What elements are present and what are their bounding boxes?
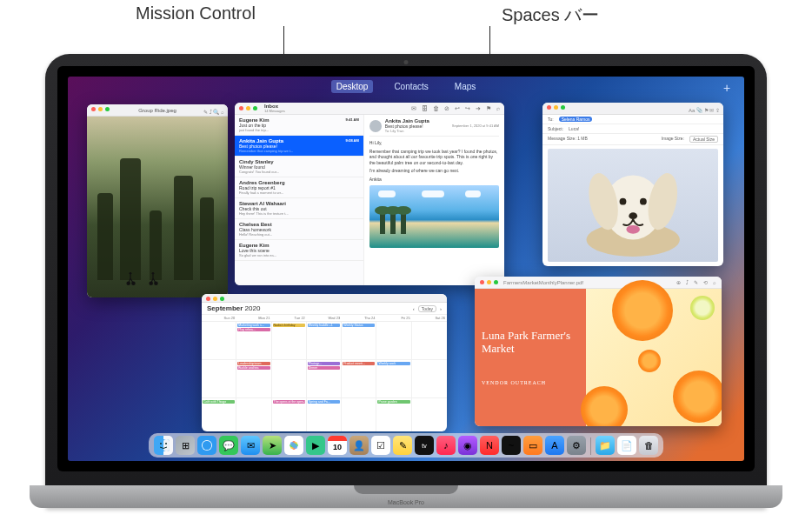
dock-photos-icon[interactable] <box>284 436 303 455</box>
space-tab-desktop[interactable]: Desktop <box>331 80 374 93</box>
window-titlebar[interactable]: Group Ride.jpeg ✎ ⤴ 🔍 ⌕ <box>87 104 228 117</box>
cal-cell[interactable]: Weekly Status <box>342 322 376 360</box>
reply-all-icon[interactable]: ↪ <box>465 105 470 112</box>
search-icon[interactable]: ⌕ <box>713 280 716 285</box>
cal-event[interactable]: Weekly work <box>377 362 409 365</box>
cal-cell[interactable] <box>342 398 376 431</box>
dock-trash-icon[interactable]: 🗑 <box>639 436 658 455</box>
cal-cell[interactable]: Photogr…Dinner <box>307 360 342 398</box>
dock-calendar-icon[interactable]: 10 <box>328 436 347 455</box>
rotate-icon[interactable]: ⟲ <box>703 279 708 285</box>
cal-event[interactable]: Café with Thiago <box>203 400 235 404</box>
cal-event[interactable]: Dinner <box>308 366 340 370</box>
junk-icon[interactable]: ⊘ <box>444 105 449 112</box>
flag-icon[interactable]: ⚑ <box>486 105 491 112</box>
presentation-window[interactable]: FarmersMarketMonthlyPlanner.pdf ⊕ ⤴ ✎ ⟲ … <box>475 277 722 426</box>
cal-cell[interactable]: Marketing work s…Play rehea… <box>236 322 271 360</box>
cal-event[interactable]: Prune garden <box>377 400 409 404</box>
mail-message-list[interactable]: Eugene Kim9:41 AM Just on the tip just f… <box>235 115 364 285</box>
cal-cell[interactable] <box>272 360 307 398</box>
dock-mail-icon[interactable]: ✉ <box>241 436 260 455</box>
dock-stocks-icon[interactable]: ~ <box>502 436 521 455</box>
cal-cell[interactable]: Weekly huddle +1 <box>307 322 342 360</box>
cal-event[interactable]: Nadia's birthday <box>273 324 305 327</box>
cal-cell[interactable]: Leadership teamBuckle and tea <box>236 360 271 398</box>
cal-cell[interactable]: Prune garden <box>376 398 411 431</box>
dock-news-icon[interactable]: N <box>480 436 499 455</box>
mail-list-item[interactable]: Eugene Kim9:41 AM Just on the tip just f… <box>235 115 363 136</box>
cal-event[interactable]: Buckle and tea <box>237 366 270 370</box>
cal-event[interactable]: The opera at the open-side of t… <box>273 400 305 404</box>
dock-messages-icon[interactable]: 💬 <box>219 436 238 455</box>
cal-event[interactable]: Leadership team <box>237 362 270 365</box>
trash-icon[interactable]: 🗑 <box>433 105 439 111</box>
mail-window[interactable]: Inbox 14 Messages ✉ 🗄 🗑 ⊘ ↩ ↪ ➜ ⚑ ⌕ <box>235 103 504 285</box>
traffic-lights[interactable] <box>91 107 110 111</box>
dock-facetime-icon[interactable]: ▶ <box>306 436 325 455</box>
cal-cell[interactable]: Café with Thiago <box>202 398 236 431</box>
dock-notes-icon[interactable]: ✎ <box>393 436 412 455</box>
compose-icon[interactable]: ✉ <box>411 105 416 112</box>
archive-icon[interactable]: 🗄 <box>422 105 428 111</box>
mail-list-item[interactable]: Ankita Jain Gupta9:08 AM Best photos ple… <box>235 136 363 157</box>
mail-list-item[interactable]: Cindy Stanley Winner found Congrats! You… <box>235 157 363 177</box>
cal-event[interactable]: Product meeti… <box>343 362 375 365</box>
traffic-lights[interactable] <box>239 106 257 110</box>
zoom-icon[interactable]: ⊕ <box>676 279 681 285</box>
traffic-lights[interactable] <box>547 105 565 110</box>
dock-folder-icon[interactable]: 📁 <box>596 436 615 455</box>
cal-prev-button[interactable]: ‹ <box>413 306 415 311</box>
cal-event[interactable]: Play rehea… <box>237 328 270 331</box>
compose-subject-row[interactable]: Subject: Luca! <box>542 124 723 134</box>
cal-cell[interactable] <box>412 398 447 431</box>
dock-books-icon[interactable]: ▭ <box>523 436 542 455</box>
space-tab-contacts[interactable]: Contacts <box>389 80 433 93</box>
space-tab-maps[interactable]: Maps <box>449 80 481 93</box>
cal-today-button[interactable]: Today <box>418 305 436 312</box>
forward-icon[interactable]: ➜ <box>476 105 481 112</box>
reply-icon[interactable]: ↩ <box>455 105 460 112</box>
cal-event[interactable]: Weekly Status <box>343 324 375 327</box>
cal-cell[interactable]: Spring and Fa… <box>307 398 342 431</box>
share-icon[interactable]: ⤴ <box>686 280 689 285</box>
cal-cell[interactable]: Nadia's birthday <box>272 322 307 360</box>
cal-cell[interactable] <box>236 398 271 431</box>
mission-control-screen[interactable]: Desktop Contacts Maps + Group Ride.jpeg … <box>68 77 744 461</box>
dock-safari-icon[interactable] <box>197 436 216 455</box>
calendar-grid[interactable]: Sun 20Mon 21Tue 22Wed 23Thu 24Fri 25Sat … <box>202 314 447 431</box>
mail-list-item[interactable]: Andres Greenberg Road trip report #1 Fin… <box>235 177 363 198</box>
traffic-lights[interactable] <box>206 297 224 301</box>
dock-finder-icon[interactable] <box>154 436 173 455</box>
mail-compose-window[interactable]: Aa 📎 ⚑ ✉ ⇪ To: Selena Ramos Subject: Luc… <box>542 103 723 266</box>
mail-list-item[interactable]: Chelsea Best Class homework Hello! Reach… <box>235 219 363 240</box>
dock-tv-icon[interactable]: tv <box>415 436 434 455</box>
dock-pages-icon[interactable]: 📄 <box>617 436 636 455</box>
cal-event[interactable]: Weekly huddle +1 <box>308 324 340 327</box>
mail-list-item[interactable]: Stewart Al Wahaari Check this out Hey th… <box>235 198 363 219</box>
cal-cell[interactable]: The opera at the open-side of t… <box>272 398 307 431</box>
window-titlebar[interactable]: Aa 📎 ⚑ ✉ ⇪ <box>542 103 723 115</box>
cal-cell[interactable] <box>412 360 447 398</box>
add-space-button[interactable]: + <box>723 82 735 94</box>
cal-event[interactable]: Spring and Fa… <box>308 400 340 404</box>
cal-cell[interactable] <box>412 322 447 360</box>
dock-music-icon[interactable]: ♪ <box>436 436 456 455</box>
dock-appstore-icon[interactable]: A <box>545 436 564 455</box>
cal-next-button[interactable]: › <box>440 306 442 311</box>
cal-event[interactable]: Marketing work s… <box>237 324 270 327</box>
traffic-lights[interactable] <box>480 280 498 284</box>
window-titlebar[interactable] <box>202 294 447 303</box>
dock-maps-icon[interactable]: ➤ <box>263 436 282 455</box>
dock-launchpad-icon[interactable]: ⊞ <box>176 436 195 455</box>
cal-cell[interactable]: Weekly work <box>376 360 411 398</box>
cal-cell[interactable] <box>376 322 411 360</box>
cal-event[interactable]: Photogr… <box>308 362 340 365</box>
markup-icon[interactable]: ✎ <box>694 279 698 285</box>
calendar-window[interactable]: September 2020 ‹ Today › Sun 20Mon 21Tue… <box>202 294 447 431</box>
cal-cell[interactable]: Product meeti… <box>342 360 376 398</box>
dock-reminders-icon[interactable]: ☑ <box>371 436 390 455</box>
dock-podcasts-icon[interactable]: ◉ <box>458 436 477 455</box>
cal-cell[interactable] <box>202 322 236 360</box>
dock-settings-icon[interactable]: ⚙ <box>567 436 586 455</box>
mail-list-item[interactable]: Eugene Kim Love this scene So glad we ra… <box>235 240 363 261</box>
